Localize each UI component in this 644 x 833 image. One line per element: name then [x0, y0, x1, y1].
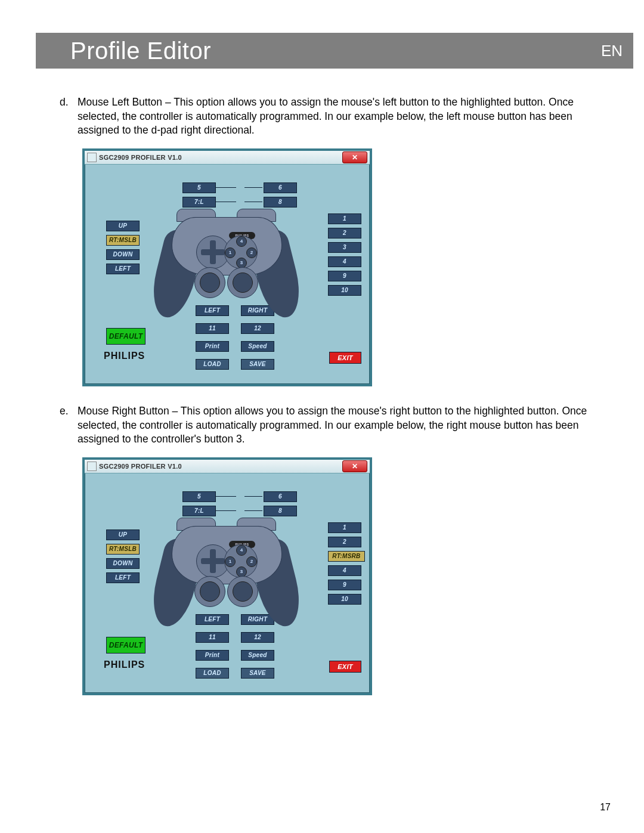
page-title: Profile Editor: [70, 38, 211, 64]
slot-button-7[interactable]: 7:L: [182, 197, 216, 208]
slot-dpad-right[interactable]: RT:MSLB: [106, 235, 140, 246]
default-button[interactable]: DEFAULT: [106, 637, 145, 654]
speed-button[interactable]: Speed: [241, 650, 274, 661]
list-text: Mouse Right Button – This option allows …: [78, 404, 608, 447]
list-text: Mouse Left Button – This option allows y…: [78, 95, 608, 138]
controller-graphic: PHILIPS 4 2 3 1: [156, 217, 296, 330]
slot-button-6[interactable]: 6: [264, 491, 297, 502]
slot-dpad-down[interactable]: DOWN: [106, 558, 140, 569]
lead-line: [216, 187, 236, 188]
analog-right: [227, 267, 258, 298]
list-marker: e.: [60, 404, 78, 447]
lead-line: [244, 187, 262, 188]
slot-button-8[interactable]: 8: [264, 197, 297, 208]
slot-button-8[interactable]: 8: [264, 506, 297, 516]
profiler-window: SGC2909 PROFILER V1.0 ✕ 5 6 7:L 8 UP RT:…: [82, 457, 372, 695]
slot-button-5[interactable]: 5: [182, 182, 216, 193]
header-stub: [36, 33, 60, 69]
slot-button-2[interactable]: 2: [328, 537, 361, 547]
slot-dpad-up[interactable]: UP: [106, 529, 140, 540]
window-title-text: SGC2909 PROFILER V1.0: [99, 463, 342, 470]
page-number: 17: [600, 802, 611, 813]
window-body: 5 6 7:L 8 UP RT:MSLB DOWN LEFT 1 2 RT:MS…: [85, 473, 370, 693]
slot-button-3[interactable]: 3: [328, 242, 361, 253]
face-button-4: 4: [236, 545, 247, 556]
exit-button[interactable]: EXIT: [329, 661, 361, 673]
face-button-2: 2: [246, 556, 257, 567]
controller-body: PHILIPS 4 2 3 1: [172, 217, 282, 275]
load-button[interactable]: LOAD: [196, 359, 229, 370]
lead-line: [244, 202, 262, 202]
analog-left: [194, 267, 225, 298]
language-badge: EN: [601, 42, 623, 60]
slot-button-1[interactable]: 1: [328, 213, 361, 224]
print-button[interactable]: Print: [196, 650, 229, 661]
lead-line: [216, 202, 236, 202]
face-buttons: 4 2 3 1: [224, 236, 258, 269]
slot-dpad-down[interactable]: DOWN: [106, 249, 140, 260]
window-body: 5 6 7:L 8 UP RT:MSLB DOWN LEFT 1 2 3 4 9…: [85, 165, 370, 384]
profiler-window: SGC2909 PROFILER V1.0 ✕ 5 6 7:L 8 UP RT:…: [82, 148, 372, 386]
save-button[interactable]: SAVE: [241, 359, 274, 370]
face-button-1: 1: [225, 247, 236, 258]
face-buttons: 4 2 3 1: [224, 544, 258, 578]
exit-button[interactable]: EXIT: [329, 352, 361, 364]
figure-1: SGC2909 PROFILER V1.0 ✕ 5 6 7:L 8 UP RT:…: [82, 148, 608, 386]
slot-button-5[interactable]: 5: [182, 491, 216, 502]
close-button[interactable]: ✕: [342, 151, 367, 163]
lead-line: [244, 496, 262, 497]
slot-dpad-right[interactable]: RT:MSLB: [106, 544, 140, 555]
controller-body: PHILIPS 4 2 3 1: [172, 526, 282, 584]
speed-button[interactable]: Speed: [241, 341, 274, 352]
slot-button-7[interactable]: 7:L: [182, 506, 216, 516]
controller-graphic: PHILIPS 4 2 3 1: [156, 526, 296, 639]
slot-button-10[interactable]: 10: [328, 594, 361, 605]
print-button[interactable]: Print: [196, 341, 229, 352]
load-button[interactable]: LOAD: [196, 668, 229, 679]
page-header: Profile Editor EN: [36, 33, 633, 69]
window-titlebar: SGC2909 PROFILER V1.0 ✕: [85, 460, 370, 473]
brand-logo: PHILIPS: [104, 659, 145, 670]
close-icon: ✕: [352, 462, 358, 470]
window-title-text: SGC2909 PROFILER V1.0: [99, 154, 342, 161]
header-bar: Profile Editor EN: [60, 33, 633, 69]
slot-button-9[interactable]: 9: [328, 271, 361, 281]
app-icon: [87, 153, 97, 162]
close-button[interactable]: ✕: [342, 460, 367, 472]
slot-button-6[interactable]: 6: [264, 182, 297, 193]
slot-dpad-left[interactable]: LEFT: [106, 264, 140, 274]
brand-logo: PHILIPS: [104, 351, 145, 361]
lead-line: [244, 510, 262, 511]
analog-right: [227, 576, 258, 607]
analog-left: [194, 576, 225, 607]
slot-button-1[interactable]: 1: [328, 522, 361, 533]
slot-button-10[interactable]: 10: [328, 285, 361, 296]
close-icon: ✕: [352, 153, 358, 162]
face-button-4: 4: [236, 236, 247, 247]
save-button[interactable]: SAVE: [241, 668, 274, 679]
lead-line: [216, 496, 236, 497]
list-marker: d.: [60, 95, 78, 138]
default-button[interactable]: DEFAULT: [106, 328, 145, 345]
slot-button-4[interactable]: 4: [328, 256, 361, 267]
app-icon: [87, 462, 97, 471]
face-button-1: 1: [225, 556, 236, 567]
page-content: d. Mouse Left Button – This option allow…: [60, 95, 608, 713]
figure-2: SGC2909 PROFILER V1.0 ✕ 5 6 7:L 8 UP RT:…: [82, 457, 608, 695]
lead-line: [216, 510, 236, 511]
list-item: e. Mouse Right Button – This option allo…: [60, 404, 608, 447]
slot-dpad-up[interactable]: UP: [106, 221, 140, 231]
slot-button-4[interactable]: 4: [328, 565, 361, 576]
slot-button-2[interactable]: 2: [328, 228, 361, 239]
slot-button-3[interactable]: RT:MSRB: [328, 551, 365, 562]
window-titlebar: SGC2909 PROFILER V1.0 ✕: [85, 151, 370, 165]
list-item: d. Mouse Left Button – This option allow…: [60, 95, 608, 138]
slot-dpad-left[interactable]: LEFT: [106, 572, 140, 583]
face-button-2: 2: [246, 247, 257, 258]
slot-button-9[interactable]: 9: [328, 580, 361, 590]
